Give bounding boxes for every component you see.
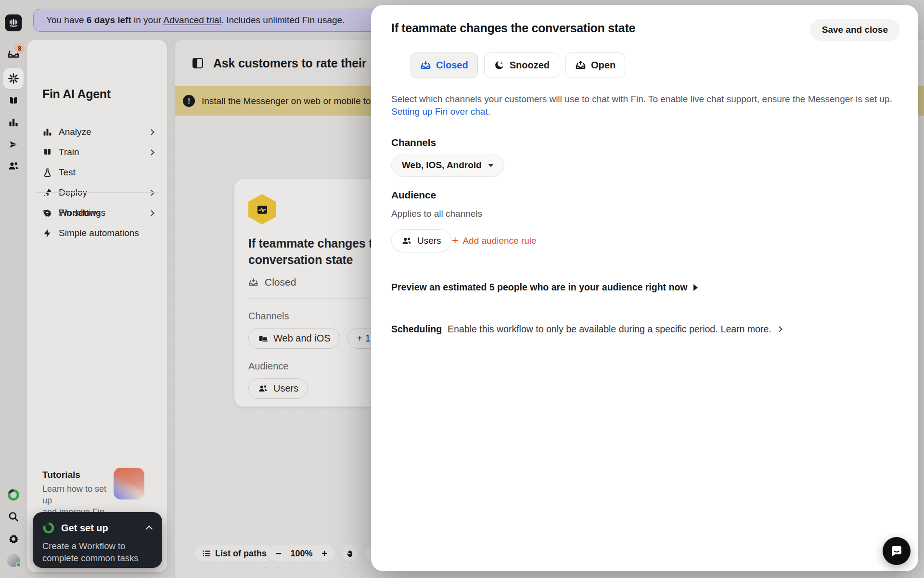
send-icon xyxy=(8,139,19,150)
chevron-right-icon xyxy=(148,190,154,196)
rocket-icon xyxy=(42,188,52,198)
inbox-closed-icon xyxy=(420,60,431,71)
bar-chart-icon xyxy=(8,117,19,128)
bar-chart-icon xyxy=(42,127,52,137)
get-set-up-subtitle: Create a Workflow to complete common tas… xyxy=(42,540,146,564)
intercom-chat-launcher[interactable] xyxy=(883,537,911,565)
sidebar-item-deploy[interactable]: Deploy xyxy=(27,183,167,203)
chevron-down-icon xyxy=(488,164,494,167)
plus-icon: + xyxy=(452,235,458,246)
state-option-open[interactable]: Open xyxy=(565,53,625,78)
channels-heading: Channels xyxy=(391,137,436,148)
sidebar-item-analyze[interactable]: Analyze xyxy=(27,122,167,142)
warning-text: Install the Messenger on web or mobile t… xyxy=(202,96,381,106)
rail-outbound-button[interactable] xyxy=(8,139,19,150)
lightning-icon xyxy=(42,228,52,238)
zoom-control: − 100% + xyxy=(268,545,335,562)
people-icon xyxy=(401,236,412,246)
snooze-moon-icon: z xyxy=(494,60,505,71)
audience-chip-users[interactable]: Users xyxy=(248,378,308,399)
channels-description: Select which channels your customers wil… xyxy=(391,93,901,118)
advanced-trial-link[interactable]: Advanced trial xyxy=(163,15,221,25)
chevron-up-icon[interactable] xyxy=(146,525,153,532)
state-option-closed[interactable]: Closed xyxy=(411,53,478,78)
pan-tool-button[interactable] xyxy=(342,545,358,562)
rail-user-avatar[interactable] xyxy=(7,554,20,567)
zoom-out-button[interactable]: − xyxy=(276,548,282,559)
avatar xyxy=(7,554,20,567)
rail-reports-button[interactable] xyxy=(8,117,19,128)
sidebar-item-simple-automations[interactable]: Simple automations xyxy=(27,223,167,243)
fin-burst-icon xyxy=(8,73,19,84)
audience-note: Applies to all channels xyxy=(391,209,482,219)
sidebar-divider xyxy=(35,192,159,193)
list-icon xyxy=(203,550,211,557)
workflows-icon xyxy=(42,208,52,218)
get-set-up-title: Get set up xyxy=(61,523,108,534)
rail-settings-button[interactable] xyxy=(7,533,20,545)
search-icon xyxy=(8,511,20,523)
hand-icon xyxy=(346,550,354,558)
channels-dropdown[interactable]: Web, iOS, Android xyxy=(391,154,504,177)
channel-chip-web-ios[interactable]: Web and iOS xyxy=(248,328,340,349)
chevron-right-icon xyxy=(148,129,154,135)
workflow-title: Ask customers to rate their xyxy=(213,56,366,70)
people-icon xyxy=(8,160,20,172)
intercom-logo-icon xyxy=(5,14,22,31)
left-icon-rail: 8 xyxy=(0,0,27,578)
rail-contacts-button[interactable] xyxy=(8,160,20,172)
sidebar-item-train[interactable]: Train xyxy=(27,142,167,162)
modal-title: If teammate changes the conversation sta… xyxy=(391,21,635,35)
page-title: Fin AI Agent xyxy=(42,87,111,101)
scheduling-learn-more-link[interactable]: Learn more. xyxy=(721,324,771,335)
chevron-right-icon xyxy=(776,326,783,332)
get-set-up-card[interactable]: Get set up Create a Workflow to complete… xyxy=(33,512,162,568)
audience-users-chip[interactable]: Users xyxy=(391,229,451,252)
scheduling-label: Scheduling xyxy=(391,324,442,335)
svg-text:z: z xyxy=(500,60,502,65)
progress-ring-icon xyxy=(42,522,55,534)
audience-heading: Audience xyxy=(391,189,436,201)
state-option-snoozed[interactable]: z Snoozed xyxy=(484,53,559,78)
gear-icon xyxy=(7,533,20,545)
add-audience-rule-link[interactable]: + Add audience rule xyxy=(452,235,537,246)
rail-search-button[interactable] xyxy=(8,511,20,523)
scheduling-row: Scheduling Enable this workflow to only … xyxy=(391,324,782,335)
book-icon xyxy=(42,147,52,158)
rail-fin-workflows-button-selected[interactable] xyxy=(3,68,24,89)
preview-audience-link[interactable]: Preview an estimated 5 people who are in… xyxy=(391,282,698,293)
sidebar-item-test[interactable]: Test xyxy=(27,162,167,183)
zoom-in-button[interactable]: + xyxy=(321,548,327,559)
chat-bubble-icon xyxy=(890,544,903,558)
tutorials-thumbnail[interactable] xyxy=(114,468,144,499)
rail-progress-button[interactable] xyxy=(7,488,20,501)
alert-icon: ! xyxy=(183,95,195,107)
trigger-hexagon-icon xyxy=(248,194,276,224)
inbox-count-badge: 8 xyxy=(14,43,25,53)
trial-banner-text: You have 6 days left in your Advanced tr… xyxy=(46,15,345,26)
triangle-right-icon xyxy=(693,284,698,291)
conversation-state-toggle: Closed z Snoozed Open xyxy=(411,53,625,78)
sidebar-nav-secondary: Workflows Simple automations xyxy=(27,203,167,243)
book-icon xyxy=(8,95,19,107)
sidebar-item-workflows[interactable]: Workflows xyxy=(27,203,167,223)
flask-icon xyxy=(42,168,52,178)
chevron-right-icon xyxy=(148,149,154,156)
rail-knowledge-button[interactable] xyxy=(8,95,19,107)
intercom-logo[interactable] xyxy=(5,14,22,31)
rail-inbox-button[interactable]: 8 xyxy=(7,48,20,60)
trigger-settings-modal: If teammate changes the conversation sta… xyxy=(371,5,918,571)
inbox-closed-icon xyxy=(248,277,258,288)
save-and-close-button[interactable]: Save and close xyxy=(810,19,900,41)
panel-toggle-icon[interactable] xyxy=(192,58,203,68)
people-icon xyxy=(258,383,268,394)
devices-icon xyxy=(258,333,268,343)
sidebar: Fin AI Agent Analyze Train Test Deploy F… xyxy=(27,40,167,572)
inbox-open-icon xyxy=(575,60,586,71)
list-of-paths-button[interactable]: List of paths xyxy=(194,545,275,562)
online-status-dot xyxy=(16,562,21,567)
zoom-level: 100% xyxy=(290,549,312,559)
progress-ring-icon xyxy=(7,488,20,501)
setup-fin-chat-link[interactable]: Setting up Fin over chat. xyxy=(391,105,490,118)
